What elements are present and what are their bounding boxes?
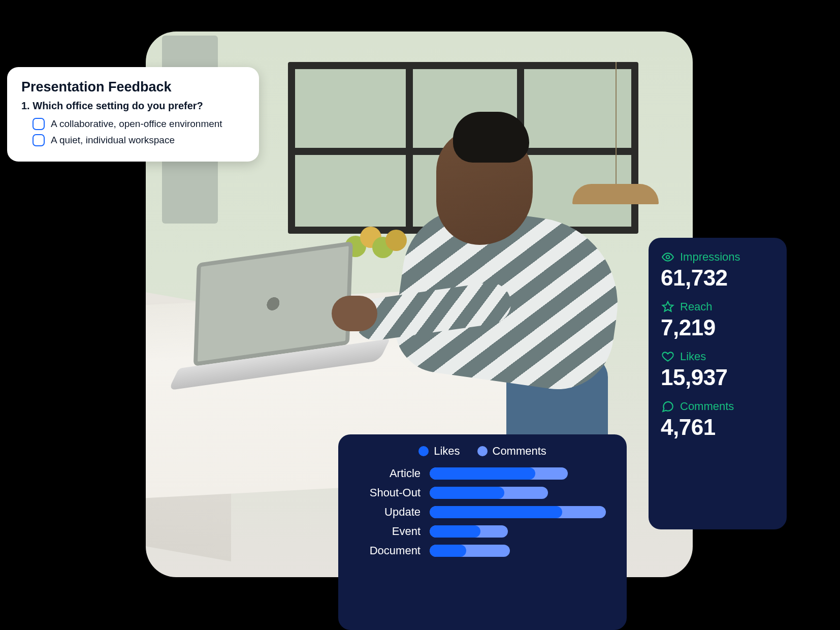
chart-bars: ArticleShout-OutUpdateEventDocument	[353, 467, 611, 557]
chart-bar-likes	[430, 467, 535, 480]
chart-bar-track	[430, 487, 611, 499]
chart-bar-likes	[430, 506, 562, 518]
feedback-option-2[interactable]: A quiet, individual workspace	[33, 134, 245, 146]
checkbox-icon[interactable]	[33, 118, 45, 130]
stat-value: 7,219	[661, 315, 774, 340]
eye-icon	[661, 250, 675, 264]
stat-value: 61,732	[661, 265, 774, 291]
feedback-title: Presentation Feedback	[21, 79, 245, 95]
feedback-option-1[interactable]: A collaborative, open-office environment	[33, 118, 245, 130]
chart-legend: Likes Comments	[353, 445, 611, 458]
legend-item-comments: Comments	[477, 445, 546, 458]
comment-icon	[661, 399, 675, 414]
stats-card: Impressions 61,732 Reach 7,219 Likes 15,…	[649, 238, 787, 529]
chart-bar-track	[430, 525, 611, 538]
question-number: 1.	[21, 100, 30, 111]
chart-category-label: Event	[353, 525, 421, 538]
svg-point-0	[666, 256, 670, 259]
question-text: Which office setting do you prefer?	[33, 100, 203, 111]
engagement-chart-card: Likes Comments ArticleShout-OutUpdateEve…	[338, 434, 627, 630]
option-label: A collaborative, open-office environment	[51, 118, 222, 130]
chart-row: Event	[353, 525, 611, 538]
checkbox-icon[interactable]	[33, 134, 45, 146]
legend-swatch-icon	[477, 446, 488, 456]
legend-label: Comments	[493, 445, 546, 458]
stat-impressions: Impressions 61,732	[661, 250, 774, 291]
chart-category-label: Shout-Out	[353, 486, 421, 499]
chart-row: Shout-Out	[353, 486, 611, 499]
stat-label: Impressions	[680, 250, 740, 264]
chart-bar-track	[430, 467, 611, 480]
chart-row: Document	[353, 544, 611, 557]
chart-bar-likes	[430, 525, 480, 538]
legend-swatch-icon	[418, 446, 429, 456]
option-label: A quiet, individual workspace	[51, 135, 175, 146]
stat-label: Likes	[680, 350, 706, 363]
chart-category-label: Document	[353, 544, 421, 557]
star-icon	[661, 300, 675, 314]
stat-label: Reach	[680, 300, 713, 313]
stat-reach: Reach 7,219	[661, 300, 774, 340]
stat-value: 15,937	[661, 365, 774, 390]
stat-label: Comments	[680, 400, 734, 413]
stat-comments: Comments 4,761	[661, 399, 774, 440]
legend-item-likes: Likes	[418, 445, 460, 458]
chart-category-label: Article	[353, 467, 421, 480]
chart-bar-track	[430, 545, 611, 557]
heart-icon	[661, 350, 675, 364]
stat-value: 4,761	[661, 415, 774, 440]
feedback-card: Presentation Feedback 1. Which office se…	[7, 67, 259, 162]
stat-likes: Likes 15,937	[661, 350, 774, 390]
chart-row: Article	[353, 467, 611, 480]
legend-label: Likes	[434, 445, 460, 458]
chart-bar-track	[430, 506, 611, 518]
chart-row: Update	[353, 506, 611, 519]
feedback-question: 1. Which office setting do you prefer?	[21, 100, 245, 112]
chart-bar-likes	[430, 487, 504, 499]
chart-bar-likes	[430, 545, 466, 557]
chart-category-label: Update	[353, 506, 421, 519]
